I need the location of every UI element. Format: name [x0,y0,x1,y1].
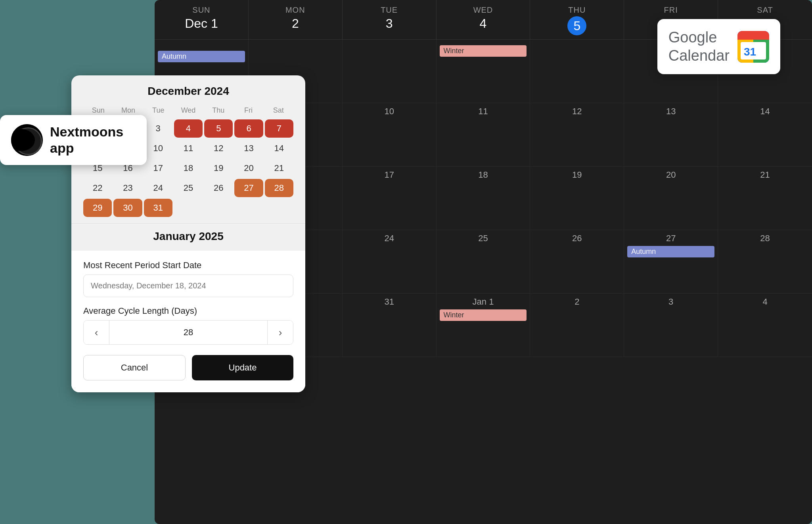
gcal-logo-line2: Calendar [668,47,730,65]
nextmoons-card: Nextmoonsapp [0,115,147,165]
dec-day-11[interactable]: 11 [174,139,203,157]
cell-dec18[interactable]: 18 [437,167,530,230]
dec-day-10[interactable]: 10 [144,139,172,157]
dec-day-29[interactable]: 29 [83,199,112,217]
cell-dec5[interactable] [530,40,624,103]
col-mon: MON 2 [249,0,343,39]
dec-day-23[interactable]: 23 [113,179,142,197]
cell-jan2[interactable]: 2 [530,294,624,357]
period-label: Most Recent Period Start Date [83,260,293,271]
dec-day-14[interactable]: 14 [265,139,293,157]
svg-rect-5 [737,31,769,40]
cycle-decrement-button[interactable]: ‹ [84,321,109,344]
svg-point-11 [12,128,34,150]
cell-jan4[interactable]: 4 [718,294,812,357]
dec-day-24[interactable]: 24 [144,179,172,197]
cycle-value-display: 28 [109,321,268,344]
cycle-increment-button[interactable]: › [268,321,293,344]
dec-day-21[interactable]: 21 [265,159,293,177]
col-wed: WED 4 [437,0,530,39]
cell-dec3[interactable] [343,40,437,103]
dec-day-30[interactable]: 30 [113,199,142,217]
period-date-input[interactable] [83,274,293,297]
dec-day-19[interactable]: 19 [204,159,233,177]
cell-dec11[interactable]: 11 [437,103,530,167]
nextmoons-app-label: Nextmoonsapp [50,124,123,156]
cell-dec12[interactable]: 12 [530,103,624,167]
cell-jan1[interactable]: Jan 1 Winter [437,294,530,357]
form-wrapper: Most Recent Period Start Date Average Cy… [71,251,305,392]
cell-dec10[interactable]: 10 [343,103,437,167]
cell-dec24[interactable]: 24 [343,230,437,294]
svg-point-13 [23,142,25,144]
svg-point-10 [11,124,43,156]
gcal-logo-line1: Google [668,29,730,47]
dec-day-13[interactable]: 13 [234,139,263,157]
moon-icon [11,124,43,156]
gcal-logo-card: Google Calendar 31 [657,19,780,74]
col-sun: SUN Dec 1 [155,0,249,39]
cell-dec28[interactable]: 28 [718,230,812,294]
col-thu: THU 5 [530,0,624,39]
dec-day-20[interactable]: 20 [234,159,263,177]
cycle-label: Average Cycle Length (Days) [83,306,293,316]
dec-day-17[interactable]: 17 [144,159,172,177]
dec-day-4[interactable]: 4 [174,119,203,138]
cell-dec13[interactable]: 13 [624,103,718,167]
update-button[interactable]: Update [192,355,293,380]
cell-dec4[interactable]: Winter [437,40,530,103]
cell-dec25[interactable]: 25 [437,230,530,294]
dec-day-12[interactable]: 12 [204,139,233,157]
dec-day-6[interactable]: 6 [234,119,263,138]
svg-text:31: 31 [744,46,756,58]
dec-day-5[interactable]: 5 [204,119,233,138]
cell-dec26[interactable]: 26 [530,230,624,294]
cell-dec17[interactable]: 17 [343,167,437,230]
form-buttons: Cancel Update [83,355,293,380]
dec-title: December 2024 [83,85,293,98]
dec-day-31[interactable]: 31 [144,199,172,217]
jan-title: January 2025 [83,230,293,243]
cell-dec21[interactable]: 21 [718,167,812,230]
cell-dec14[interactable]: 14 [718,103,812,167]
cell-jan3[interactable]: 3 [624,294,718,357]
cell-dec20[interactable]: 20 [624,167,718,230]
dec-day-18[interactable]: 18 [174,159,203,177]
cell-dec27[interactable]: 27 Autumn [624,230,718,294]
dec-day-27[interactable]: 27 [234,179,263,197]
dec-day-26[interactable]: 26 [204,179,233,197]
january-section-header: January 2025 [71,223,305,251]
dec-day-25[interactable]: 25 [174,179,203,197]
dec-day-3[interactable]: 3 [144,119,172,138]
dec-day-22[interactable]: 22 [83,179,112,197]
gcal-icon: 31 [737,31,769,63]
col-tue: TUE 3 [343,0,437,39]
weekday-headers: Sun Mon Tue Wed Thu Fri Sat [83,105,293,116]
dec-day-7[interactable]: 7 [265,119,293,138]
cancel-button[interactable]: Cancel [83,355,186,380]
svg-point-12 [30,132,34,136]
cell-dec19[interactable]: 19 [530,167,624,230]
cell-dec31[interactable]: 31 [343,294,437,357]
cycle-length-stepper: ‹ 28 › [83,320,293,345]
dec-day-28[interactable]: 28 [265,179,293,197]
